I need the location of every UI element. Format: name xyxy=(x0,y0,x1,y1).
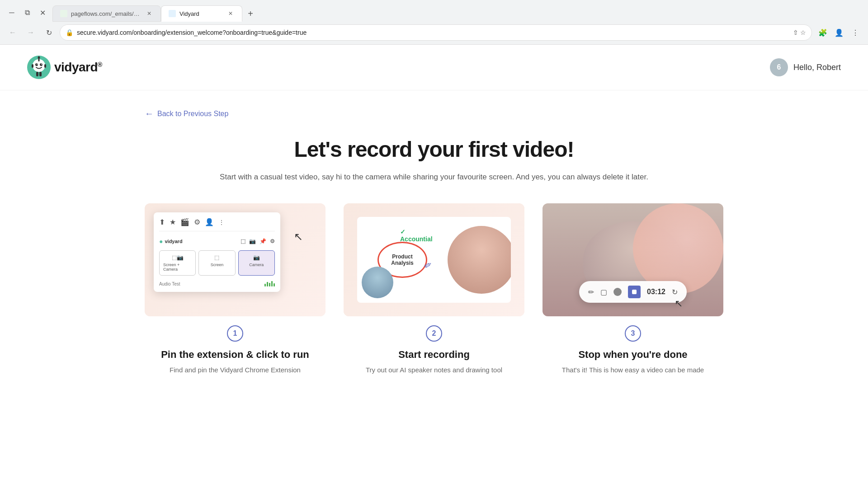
more-icon: ⋮ xyxy=(218,219,225,226)
tab-pageflows[interactable]: pageflows.com/_emails/_/7fb5c... ✕ xyxy=(52,5,161,22)
tab-title-vidyard: Vidyard xyxy=(179,10,223,17)
product-analysis-card: ✓ Accountial Product Analysis ✏ xyxy=(357,217,511,303)
step-3-image: ✏ ▢ 03:12 ↻ ↖ xyxy=(542,203,723,316)
svg-rect-10 xyxy=(36,72,38,76)
window-controls: ─ ⧉ ✕ xyxy=(5,6,49,19)
ext-modes: ⬚📷 Screen + Camera ⬚ Screen 📷 Camera xyxy=(159,247,275,279)
step-2-badge: 2 xyxy=(426,325,442,342)
extension-ui-mockup: ⬆ ★ 🎬 ⚙ 👤 ⋮ ● vidyard xyxy=(154,212,280,292)
forward-nav-button[interactable]: → xyxy=(24,25,38,40)
svg-rect-8 xyxy=(32,64,33,68)
back-link-text: Back to Previous Step xyxy=(157,110,228,118)
step-1-title: Pin the extension & click to run xyxy=(161,349,309,361)
ext-audio: Audio Test xyxy=(159,281,275,286)
camera-label: Camera xyxy=(249,263,264,267)
minimize-button[interactable]: ─ xyxy=(5,6,18,19)
svg-rect-11 xyxy=(39,72,42,76)
step-card-3: ✏ ▢ 03:12 ↻ ↖ 3 xyxy=(542,203,723,375)
step-1-desc: Find and pin the Vidyard Chrome Extensio… xyxy=(170,365,301,375)
close-button[interactable]: ✕ xyxy=(36,6,49,19)
step-2-image: ✓ Accountial Product Analysis ✏ xyxy=(344,203,524,316)
tab-bar: pageflows.com/_emails/_/7fb5c... ✕ Vidya… xyxy=(52,5,257,22)
rec-refresh-icon: ↻ xyxy=(672,288,678,296)
audio-bars xyxy=(264,281,275,286)
rec-circle-btn[interactable] xyxy=(613,288,622,296)
user-avatar: 6 xyxy=(770,58,788,76)
pa-checkmark: ✓ Accountial xyxy=(400,228,433,243)
main-content: ← Back to Previous Step Let's record you… xyxy=(118,90,750,394)
audio-bar-5 xyxy=(274,283,275,286)
ext-screen-icon: ⬚ xyxy=(241,238,245,244)
ext-logo: ● vidyard ⬚ 📷 📌 ⚙ xyxy=(159,236,275,247)
recording-bar: ✏ ▢ 03:12 ↻ xyxy=(579,281,687,303)
screen-label: Screen xyxy=(211,263,224,267)
pa-person-face-small xyxy=(362,267,393,298)
back-arrow-icon: ← xyxy=(145,108,154,119)
back-to-previous-step-link[interactable]: ← Back to Previous Step xyxy=(145,108,723,119)
more-options-button[interactable]: ⋮ xyxy=(848,25,863,40)
maximize-button[interactable]: ⧉ xyxy=(21,6,33,19)
svg-rect-9 xyxy=(44,64,46,68)
ext-pin-icon: 📌 xyxy=(259,238,266,244)
page-subtitle: Start with a casual test video, say hi t… xyxy=(145,173,723,182)
step-3-illustration: ✏ ▢ 03:12 ↻ ↖ xyxy=(542,203,723,316)
step-card-2: ✓ Accountial Product Analysis ✏ xyxy=(344,203,524,375)
step-1-badge: 1 xyxy=(227,325,243,342)
pa-right xyxy=(448,217,511,303)
url-text: secure.vidyard.com/onboarding/extension_… xyxy=(77,29,789,36)
rec-square-icon: ▢ xyxy=(600,288,607,296)
bookmark-icon[interactable]: ☆ xyxy=(800,29,806,36)
audio-test-label: Audio Test xyxy=(159,282,180,286)
tab-close-pageflows[interactable]: ✕ xyxy=(145,9,153,18)
step-card-1: ⬆ ★ 🎬 ⚙ 👤 ⋮ ● vidyard xyxy=(145,203,326,375)
card3-pink-blob xyxy=(633,203,723,294)
screen-camera-mode[interactable]: ⬚📷 Screen + Camera xyxy=(159,250,196,276)
vidyard-logo-icon xyxy=(27,56,51,79)
pa-content: ✓ Accountial Product Analysis ✏ xyxy=(357,217,511,303)
share-icon[interactable]: ⇧ xyxy=(793,29,798,36)
cursor-icon: ↖ xyxy=(294,230,303,243)
svg-point-7 xyxy=(38,56,40,59)
audio-bar-4 xyxy=(271,281,273,286)
vidyard-ext-icon: 🎬 xyxy=(180,218,189,226)
ext-gear-icon: ⚙ xyxy=(270,238,275,244)
tab-close-vidyard[interactable]: ✕ xyxy=(226,9,235,18)
svg-point-5 xyxy=(41,64,42,65)
rec-pencil-icon: ✏ xyxy=(588,288,594,296)
screen-cam-icon: ⬚📷 xyxy=(172,254,184,261)
star-icon: ★ xyxy=(170,218,176,226)
svg-point-2 xyxy=(35,63,38,66)
cursor-on-bar-icon: ↖ xyxy=(675,298,683,310)
browser-chrome: ─ ⧉ ✕ pageflows.com/_emails/_/7fb5c... ✕… xyxy=(0,0,868,45)
address-bar[interactable]: 🔒 secure.vidyard.com/onboarding/extensio… xyxy=(60,24,812,41)
step-2-title: Start recording xyxy=(398,349,470,361)
rec-stop-btn[interactable] xyxy=(628,286,641,298)
user-name: Hello, Robert xyxy=(793,63,841,72)
user-greeting: 6 Hello, Robert xyxy=(770,58,841,76)
new-tab-button[interactable]: + xyxy=(244,7,257,20)
audio-bar-2 xyxy=(267,282,268,286)
screen-mode[interactable]: ⬚ Screen xyxy=(198,250,235,276)
extensions-button[interactable]: 🧩 xyxy=(816,25,830,40)
tab-favicon-pageflows xyxy=(60,10,67,17)
back-nav-button[interactable]: ← xyxy=(5,25,20,40)
audio-bar-3 xyxy=(269,283,270,286)
tab-vidyard[interactable]: Vidyard ✕ xyxy=(161,5,242,22)
address-bar-actions: ⇧ ☆ xyxy=(793,29,806,36)
reload-button[interactable]: ↻ xyxy=(42,25,56,40)
logo-text: vidyard® xyxy=(54,60,102,75)
settings-icon: ⚙ xyxy=(194,218,200,226)
screen-camera-label: Screen + Camera xyxy=(163,263,192,272)
ext-cam-icon: 📷 xyxy=(249,238,256,244)
profile-button[interactable]: 👤 xyxy=(832,25,846,40)
step-1-illustration: ⬆ ★ 🎬 ⚙ 👤 ⋮ ● vidyard xyxy=(145,203,326,316)
step-3-title: Stop when you're done xyxy=(578,349,687,361)
site-header: vidyard® 6 Hello, Robert xyxy=(0,45,868,90)
step-3-desc: That's it! This is how easy a video can … xyxy=(562,365,704,375)
pa-person-large xyxy=(448,226,511,294)
camera-mode[interactable]: 📷 Camera xyxy=(238,250,275,276)
step-3-badge: 3 xyxy=(625,325,641,342)
stop-icon xyxy=(632,290,637,294)
svg-point-3 xyxy=(40,63,42,66)
browser-titlebar: ─ ⧉ ✕ pageflows.com/_emails/_/7fb5c... ✕… xyxy=(0,0,868,22)
